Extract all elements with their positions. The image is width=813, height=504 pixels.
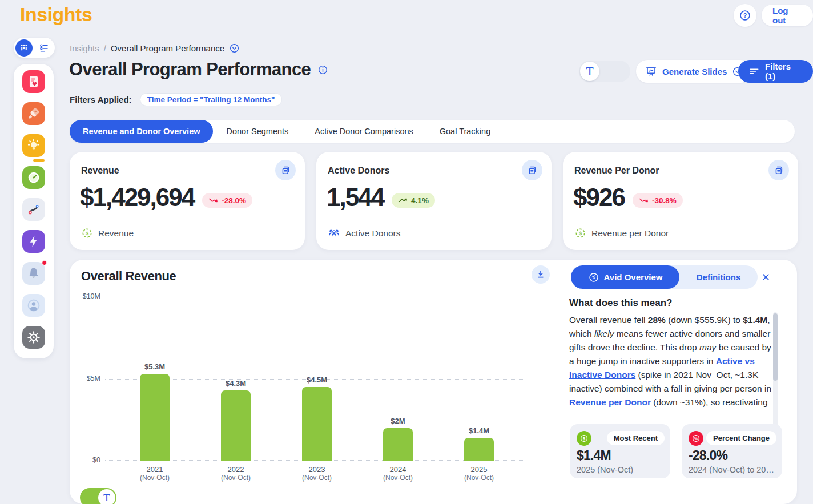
insight-paragraph: Overall revenue fell 28% (down $555.9K) … <box>569 313 774 409</box>
bar-value-label: $4.3M <box>226 379 246 388</box>
filters-button[interactable]: Filters (1) <box>738 60 813 83</box>
bar-slot: $4.5M <box>276 376 357 461</box>
download-icon <box>535 269 546 280</box>
close-panel-button[interactable] <box>760 271 771 283</box>
sidebar-item-journeys[interactable] <box>22 198 45 221</box>
kpi-title: Active Donors <box>328 166 389 176</box>
x-axis-label: 2024(Nov-Oct) <box>357 465 438 482</box>
sidebar-item-settings[interactable] <box>22 326 45 349</box>
stat-subtitle: 2025 (Nov-Oct) <box>577 465 666 474</box>
breadcrumb-root[interactable]: Insights <box>70 43 99 53</box>
download-chart-button[interactable] <box>532 265 550 284</box>
link-revenue-per-donor[interactable]: Revenue per Donor <box>569 397 651 407</box>
tab-definitions[interactable]: Definitions <box>679 265 758 289</box>
insight-panel: Avid Overview Definitions What does this… <box>562 260 797 504</box>
stat-badge: Most Recent <box>607 431 665 445</box>
bar-slot: $4.3M <box>195 379 276 461</box>
y-axis-tick: $0 <box>72 456 100 464</box>
stat-card-percent-change: % Percent Change -28.0% 2024 (Nov-Oct) t… <box>682 424 782 478</box>
kpi-title: Revenue <box>81 166 119 176</box>
filter-lines-icon <box>748 66 760 77</box>
tab-avid-overview[interactable]: Avid Overview <box>571 265 679 289</box>
stat-subtitle: 2024 (Nov-Oct) to 20… <box>689 465 778 474</box>
kpi-change-badge: 4.1% <box>392 193 435 208</box>
bar-value-label: $5.3M <box>144 362 165 371</box>
overall-revenue-card: Overall Revenue $10M$5M$0$5.3M$4.3M$4.5M… <box>70 260 797 504</box>
sidebar-view-toggle[interactable] <box>14 38 55 58</box>
sidebar-item-insights[interactable] <box>22 134 45 157</box>
bar-slot: $1.4M <box>438 426 520 461</box>
filter-chip[interactable]: Time Period = "Trailing 12 Months" <box>140 93 283 106</box>
svg-text:$: $ <box>579 231 582 236</box>
revenue-bar-2024[interactable] <box>383 428 413 461</box>
kpi-card-active-donors: Active Donors 1,544 4.1% Active Donors <box>316 152 552 250</box>
gear-icon <box>26 330 41 345</box>
generate-slides-button[interactable]: Generate Slides <box>636 60 752 83</box>
revenue-bar-2021[interactable] <box>140 374 170 461</box>
kpi-metric-label: Active Donors <box>345 228 400 239</box>
revenue-bar-2023[interactable] <box>302 387 332 461</box>
bar-value-label: $1.4M <box>469 426 489 435</box>
report-tabs: Revenue and Donor OverviewDonor Segments… <box>70 120 795 143</box>
app-rail <box>14 64 54 358</box>
avid-overview-label: Avid Overview <box>604 272 663 282</box>
gauge-icon <box>26 170 41 185</box>
compare-button[interactable] <box>522 160 542 180</box>
insight-heading: What does this mean? <box>569 297 672 309</box>
grid-view-button[interactable] <box>15 39 33 57</box>
close-icon <box>760 272 771 283</box>
percent-badge-icon: % <box>689 431 703 446</box>
text-mode-toggle[interactable]: T <box>579 61 630 82</box>
sidebar-item-forms[interactable] <box>22 70 45 93</box>
info-icon[interactable] <box>317 64 328 75</box>
compare-icon <box>280 164 292 176</box>
help-button[interactable]: ? <box>734 4 756 27</box>
revenue-bar-chart: $10M$5M$0$5.3M$4.3M$4.5M$2M$1.4M <box>114 297 520 461</box>
bar-value-label: $2M <box>391 417 405 425</box>
kpi-card-revenue: Revenue $1,429,694 -28.0% $ Revenue <box>70 152 305 250</box>
compare-icon <box>773 164 785 176</box>
compare-button[interactable] <box>768 160 789 180</box>
sidebar-item-performance[interactable] <box>22 166 45 189</box>
bolt-icon <box>26 234 41 249</box>
logout-button[interactable]: Log out <box>762 5 813 26</box>
tab-donor-segments[interactable]: Donor Segments <box>213 120 301 143</box>
compare-button[interactable] <box>275 160 296 180</box>
x-axis-label: 2022(Nov-Oct) <box>195 465 276 482</box>
text-mode-knob: T <box>580 62 599 81</box>
revenue-bar-2025[interactable] <box>464 438 494 461</box>
chart-text-toggle[interactable]: T <box>80 488 116 504</box>
route-icon <box>26 202 41 217</box>
question-icon: ? <box>739 9 751 22</box>
sidebar-item-automation[interactable] <box>22 230 45 253</box>
kpi-change-badge: -28.0% <box>202 193 252 208</box>
list-view-button[interactable] <box>33 43 55 53</box>
kpi-card-revenue-per-donor: Revenue Per Donor $926 -30.8% $ Revenue … <box>563 152 798 250</box>
stat-value: -28.0% <box>689 448 727 463</box>
revenue-bar-2022[interactable] <box>221 390 251 461</box>
breadcrumb-current[interactable]: Overall Program Performance <box>111 43 224 53</box>
breadcrumb-separator: / <box>104 43 106 53</box>
tab-revenue-and-donor-overview[interactable]: Revenue and Donor Overview <box>70 120 213 143</box>
sidebar-item-account[interactable] <box>22 294 45 317</box>
kpi-value: $1,429,694 <box>80 184 194 211</box>
y-axis-tick: $5M <box>72 374 100 382</box>
panel-scrollbar-thumb[interactable] <box>773 313 778 381</box>
bar-slot: $5.3M <box>114 362 195 461</box>
people-icon <box>328 227 340 240</box>
svg-text:%: % <box>694 437 698 441</box>
kpi-change-badge: -30.8% <box>633 193 683 208</box>
notification-dot <box>42 260 47 265</box>
dollar-cycle-icon: $ <box>81 227 93 239</box>
sidebar-item-notifications[interactable] <box>22 262 45 285</box>
generate-slides-label: Generate Slides <box>662 67 727 76</box>
sidebar-item-launch[interactable] <box>22 102 45 125</box>
x-axis-label: 2021(Nov-Oct) <box>114 465 195 482</box>
tab-goal-tracking[interactable]: Goal Tracking <box>426 120 504 143</box>
chevron-down-circle-icon[interactable] <box>229 43 240 54</box>
svg-text:$: $ <box>583 437 585 441</box>
trend-down-icon <box>208 197 218 204</box>
dollar-badge-icon: $ <box>577 431 591 446</box>
kpi-value: $926 <box>573 184 625 211</box>
tab-active-donor-comparisons[interactable]: Active Donor Comparisons <box>301 120 426 143</box>
